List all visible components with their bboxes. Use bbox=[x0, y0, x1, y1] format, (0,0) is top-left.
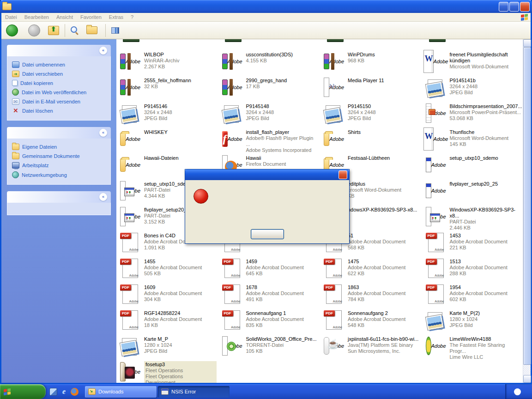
menu-item[interactable]: Ansicht bbox=[53, 13, 77, 21]
internet-explorer-icon[interactable]: e bbox=[60, 388, 68, 396]
clipped-file-icon[interactable] bbox=[327, 39, 344, 42]
file-tile[interactable]: Adobe 1954 Adobe Acrobat Document 602 KB bbox=[423, 282, 525, 308]
forward-button[interactable] bbox=[26, 23, 44, 38]
file-tile[interactable]: Adobe Sonnenaufgang 2 Adobe Acrobat Docu… bbox=[321, 308, 423, 334]
file-tile[interactable]: Adobe setup_utxp10_sdemo bbox=[423, 153, 525, 179]
show-desktop-icon[interactable] bbox=[49, 388, 57, 396]
collapse-chevron-icon[interactable]: « bbox=[99, 129, 107, 137]
file-tile[interactable]: Adobe 1863 Adobe Acrobat Document 784 KB bbox=[321, 282, 423, 308]
file-tile[interactable]: Adobe Shirts bbox=[321, 127, 423, 153]
file-tile[interactable]: Adobe LimeWireWin4188 The Fastest File S… bbox=[423, 334, 525, 360]
file-detail-line: 105 KB bbox=[246, 348, 317, 354]
file-tile[interactable]: Adobe freenet Plusmitgliedschaft kündige… bbox=[423, 49, 525, 75]
file-tile[interactable]: Adobe WILBOP WinRAR-Archiv 2.267 KB bbox=[117, 49, 219, 75]
minimize-button[interactable] bbox=[499, 2, 508, 12]
file-name: P9145146 bbox=[144, 103, 172, 109]
file-tile[interactable]: Adobe P9145141b 3264 x 2448 JPEG Bild bbox=[423, 75, 525, 101]
toolbar-separator bbox=[65, 24, 65, 37]
file-tile[interactable]: Adobe install_flash_player Adobe® Flash®… bbox=[219, 127, 321, 153]
file-tile[interactable]: Adobe 1475 Adobe Acrobat Document 622 KB bbox=[321, 256, 423, 282]
file-info: LimeWireWin4188 The Fastest File Sharing… bbox=[450, 335, 522, 360]
folders-button[interactable] bbox=[85, 25, 102, 36]
file-tile[interactable]: Adobe jxpiinstall-6u11-fcs-bin-b90-wi...… bbox=[321, 334, 423, 360]
file-detail-line: 3264 x 2448 bbox=[246, 109, 274, 115]
firefox-icon[interactable] bbox=[71, 388, 79, 396]
limewire-icon: Adobe bbox=[426, 335, 446, 357]
file-tile[interactable]: Adobe Media Player 11 bbox=[321, 75, 423, 101]
file-tile[interactable]: Adobe 1513 Adobe Acrobat Document 288 KB bbox=[423, 256, 525, 282]
collapse-chevron-icon[interactable]: « bbox=[99, 47, 107, 54]
menu-item[interactable]: ? bbox=[127, 13, 137, 21]
sidebar-place-item[interactable]: Gemeinsame Dokumente bbox=[12, 151, 107, 161]
file-name: Hawaii-Dateien bbox=[144, 155, 179, 161]
clipped-file-icon[interactable] bbox=[225, 39, 242, 42]
sidebar-task-item[interactable]: Datei verschieben bbox=[12, 69, 107, 79]
tray-chevron-icon[interactable] bbox=[514, 388, 521, 395]
sidebar-task-item[interactable]: Datei löschen bbox=[12, 106, 107, 115]
file-tile[interactable]: Adobe 1455 Adobe Acrobat Document 505 KB bbox=[117, 256, 219, 282]
file-tile[interactable]: Adobe flvplayer_setup20_25 bbox=[423, 179, 525, 205]
maximize-button[interactable] bbox=[509, 2, 519, 12]
file-tile[interactable]: Adobe WHISKEY bbox=[117, 127, 219, 153]
network-places-icon bbox=[12, 171, 19, 178]
file-tile[interactable]: Adobe P9145146 3264 x 2448 JPEG Bild bbox=[117, 101, 219, 127]
up-button[interactable] bbox=[46, 24, 61, 36]
views-button[interactable] bbox=[109, 26, 123, 35]
sidebar-place-item[interactable]: Eigene Dateien bbox=[12, 142, 107, 151]
file-tile[interactable]: Adobe P9145150 3264 x 2448 JPEG Bild bbox=[321, 101, 423, 127]
file-tile[interactable]: Adobe WinPDrums 968 KB bbox=[321, 49, 423, 75]
scroll-down-button[interactable] bbox=[523, 375, 531, 383]
file-detail-line: The Fastest File Sharing Progr... bbox=[450, 342, 522, 354]
file-tile[interactable]: Adobe Bildschirmpraesentation_2007... Mi… bbox=[423, 101, 525, 127]
clipped-file-icon[interactable] bbox=[429, 39, 446, 42]
other-places-header[interactable]: « bbox=[7, 127, 111, 139]
file-tile[interactable]: Adobe fosetup3 Fleet Operations Fleet Op… bbox=[117, 360, 219, 383]
file-name: ndowsXP-KB936929-SP3-x8... bbox=[348, 207, 417, 213]
search-button[interactable] bbox=[69, 25, 83, 36]
scroll-up-button[interactable] bbox=[523, 39, 531, 47]
sidebar-task-item[interactable]: Datei in E-Mail versenden bbox=[12, 97, 107, 106]
sidebar-place-item[interactable]: Netzwerkumgebung bbox=[12, 170, 107, 180]
file-tile[interactable]: Adobe WindowsXP-KB936929-SP3-x8... PART-… bbox=[423, 205, 525, 230]
details-header[interactable]: « bbox=[7, 191, 111, 203]
scrollbar-thumb[interactable] bbox=[523, 47, 531, 365]
file-tile[interactable]: Adobe 1453 Adobe Acrobat Document 221 KB bbox=[423, 230, 525, 256]
file-tile[interactable]: Adobe 2555_felix_hoffmann 32 KB bbox=[117, 75, 219, 101]
file-name: P9145150 bbox=[348, 103, 376, 109]
back-button[interactable] bbox=[4, 23, 24, 38]
file-tile[interactable]: Adobe P9145148 3264 x 2448 JPEG Bild bbox=[219, 101, 321, 127]
file-info: editplus crosoft Word-Dokument KB bbox=[348, 180, 401, 199]
file-tile[interactable]: Adobe 1678 Adobe Acrobat Document 491 KB bbox=[219, 282, 321, 308]
clipped-file-icon[interactable] bbox=[123, 39, 139, 42]
file-tile[interactable]: Adobe Sonnenaufgang 1 Adobe Acrobat Docu… bbox=[219, 308, 321, 334]
file-tile[interactable]: Adobe RGF142858224 Adobe Acrobat Documen… bbox=[117, 308, 219, 334]
file-tile[interactable]: Adobe Thunfische Microsoft Word-Dokument… bbox=[423, 127, 525, 153]
file-name: ussconstitution(3DS) bbox=[246, 52, 293, 58]
menu-item[interactable]: Extras bbox=[105, 13, 127, 21]
menu-item[interactable]: Bearbeiten bbox=[21, 13, 53, 21]
sidebar-task-item[interactable]: Datei umbenennen bbox=[12, 60, 107, 69]
close-button[interactable] bbox=[520, 2, 530, 12]
file-tile[interactable]: Adobe 1459 Adobe Acrobat Document 645 KB bbox=[219, 256, 321, 282]
file-tasks-header[interactable]: « bbox=[7, 45, 111, 56]
file-info: 1863 Adobe Acrobat Document 784 KB bbox=[348, 284, 405, 302]
file-tile[interactable]: Adobe 2990_gregs_hand 17 KB bbox=[219, 75, 321, 101]
file-tile[interactable]: Adobe 1609 Adobe Acrobat Document 304 KB bbox=[117, 282, 219, 308]
start-button[interactable] bbox=[0, 384, 46, 399]
sidebar-place-item[interactable]: Arbeitsplatz bbox=[12, 161, 107, 170]
menu-item[interactable]: Datei bbox=[1, 13, 21, 21]
sidebar-task-item[interactable]: Datei im Web veröffentlichen bbox=[12, 87, 107, 97]
file-tile[interactable]: Adobe Karte M_P(2) 1280 x 1024 JPEG Bild bbox=[423, 308, 525, 334]
taskbar-task-button[interactable]: Downloads bbox=[85, 386, 157, 398]
file-tile[interactable]: Adobe SolidWorks_2008_Office_Pre... TORR… bbox=[219, 334, 321, 360]
taskbar-task-button[interactable]: NSIS Error bbox=[158, 386, 230, 398]
file-detail-line: Java(TM) Platform SE binary bbox=[348, 342, 418, 348]
vertical-scrollbar[interactable] bbox=[523, 39, 531, 383]
ok-button[interactable] bbox=[251, 229, 284, 239]
dialog-close-button[interactable] bbox=[339, 170, 347, 179]
file-tile[interactable]: Adobe Karte M_P 1280 x 1024 JPEG Bild bbox=[117, 334, 219, 360]
sidebar-task-item[interactable]: Datei kopieren bbox=[12, 79, 107, 87]
collapse-chevron-icon[interactable]: « bbox=[99, 193, 107, 201]
file-tile[interactable]: Adobe ussconstitution(3DS) 4.155 KB bbox=[219, 49, 321, 75]
menu-item[interactable]: Favoriten bbox=[77, 13, 105, 21]
